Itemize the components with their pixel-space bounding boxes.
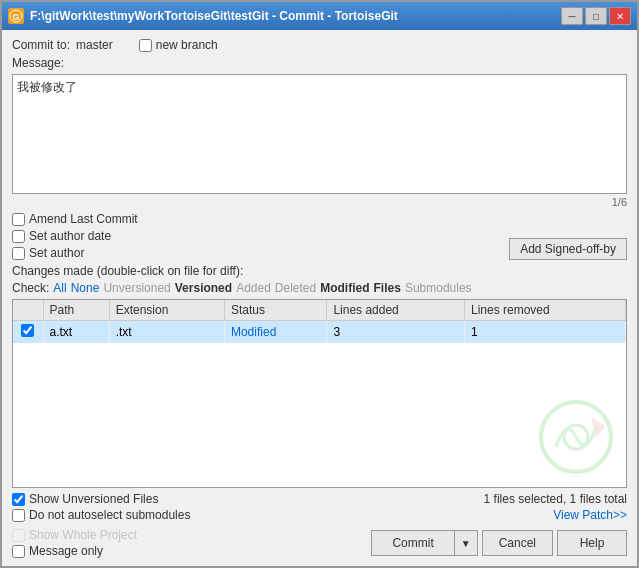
minimize-button[interactable]: ─ bbox=[561, 7, 583, 25]
commit-to-row: Commit to: master new branch bbox=[12, 38, 627, 52]
header-lines-removed: Lines removed bbox=[464, 300, 625, 321]
filter-deleted[interactable]: Deleted bbox=[275, 281, 316, 295]
app-icon: G bbox=[8, 8, 24, 24]
maximize-button[interactable]: □ bbox=[585, 7, 607, 25]
row-lines-added: 3 bbox=[327, 321, 465, 344]
action-buttons: Commit ▼ Cancel Help bbox=[371, 530, 627, 556]
window-title: F:\gitWork\test\myWorkTortoiseGit\testGi… bbox=[30, 9, 398, 23]
file-table-container: Path Extension Status Lines added Lines … bbox=[12, 299, 627, 488]
row-checkbox-cell bbox=[13, 321, 43, 344]
message-input[interactable]: 我被修改了 bbox=[12, 74, 627, 194]
show-unversioned-files-checkbox[interactable] bbox=[12, 493, 25, 506]
message-label: Message: bbox=[12, 56, 64, 70]
show-whole-project-option[interactable]: Show Whole Project bbox=[12, 528, 137, 542]
filter-submodules[interactable]: Submodules bbox=[405, 281, 472, 295]
show-whole-project-checkbox bbox=[12, 529, 25, 542]
close-button[interactable]: ✕ bbox=[609, 7, 631, 25]
changes-section: Changes made (double-click on file for d… bbox=[12, 264, 627, 522]
message-only-option[interactable]: Message only bbox=[12, 544, 137, 558]
view-patch-link[interactable]: View Patch>> bbox=[553, 508, 627, 522]
show-unversioned-files-option[interactable]: Show Unversioned Files bbox=[12, 492, 158, 506]
table-row[interactable]: a.txt .txt Modified 3 1 bbox=[13, 321, 626, 344]
add-signed-off-by-button[interactable]: Add Signed-off-by bbox=[509, 238, 627, 260]
commit-dropdown-button[interactable]: ▼ bbox=[454, 530, 478, 556]
new-branch-checkbox[interactable] bbox=[139, 39, 152, 52]
filter-files[interactable]: Files bbox=[374, 281, 401, 295]
options-list: Amend Last Commit Set author date Set au… bbox=[12, 212, 138, 260]
header-extension: Extension bbox=[109, 300, 224, 321]
header-status: Status bbox=[224, 300, 326, 321]
row-lines-removed: 1 bbox=[464, 321, 625, 344]
bottom-row-2: Do not autoselect submodules View Patch>… bbox=[12, 508, 627, 522]
row-status: Modified bbox=[224, 321, 326, 344]
do-not-autoselect-checkbox[interactable] bbox=[12, 509, 25, 522]
options-section: Amend Last Commit Set author date Set au… bbox=[12, 212, 627, 260]
help-button[interactable]: Help bbox=[557, 530, 627, 556]
new-branch-label[interactable]: new branch bbox=[139, 38, 218, 52]
filter-added[interactable]: Added bbox=[236, 281, 271, 295]
tortoise-watermark bbox=[536, 397, 616, 477]
main-window: G F:\gitWork\test\myWorkTortoiseGit\test… bbox=[0, 0, 639, 568]
set-author-option[interactable]: Set author bbox=[12, 246, 138, 260]
filter-modified[interactable]: Modified bbox=[320, 281, 369, 295]
final-checkboxes: Show Whole Project Message only bbox=[12, 528, 137, 558]
commit-to-label: Commit to: bbox=[12, 38, 70, 52]
title-bar-left: G F:\gitWork\test\myWorkTortoiseGit\test… bbox=[8, 8, 398, 24]
do-not-autoselect-submodules-option[interactable]: Do not autoselect submodules bbox=[12, 508, 190, 522]
file-table: Path Extension Status Lines added Lines … bbox=[13, 300, 626, 343]
filter-none[interactable]: None bbox=[71, 281, 100, 295]
header-path: Path bbox=[43, 300, 109, 321]
files-info: 1 files selected, 1 files total bbox=[484, 492, 627, 506]
cancel-button[interactable]: Cancel bbox=[482, 530, 553, 556]
set-author-date-checkbox[interactable] bbox=[12, 230, 25, 243]
window-controls: ─ □ ✕ bbox=[561, 7, 631, 25]
header-lines-added: Lines added bbox=[327, 300, 465, 321]
changes-header: Changes made (double-click on file for d… bbox=[12, 264, 627, 278]
table-header-row: Path Extension Status Lines added Lines … bbox=[13, 300, 626, 321]
content-area: Commit to: master new branch Message: 我被… bbox=[2, 30, 637, 566]
set-author-checkbox[interactable] bbox=[12, 247, 25, 260]
commit-to-value: master bbox=[76, 38, 113, 52]
filter-row: Check: All None Unversioned Versioned Ad… bbox=[12, 281, 627, 295]
commit-button-group: Commit ▼ bbox=[371, 530, 477, 556]
filter-versioned[interactable]: Versioned bbox=[175, 281, 232, 295]
row-path: a.txt bbox=[43, 321, 109, 344]
title-bar: G F:\gitWork\test\myWorkTortoiseGit\test… bbox=[2, 2, 637, 30]
final-row: Show Whole Project Message only Commit ▼… bbox=[12, 528, 627, 558]
row-extension: .txt bbox=[109, 321, 224, 344]
svg-text:G: G bbox=[12, 12, 19, 22]
new-branch-option: new branch bbox=[139, 38, 218, 52]
message-only-checkbox[interactable] bbox=[12, 545, 25, 558]
bottom-row-1: Show Unversioned Files 1 files selected,… bbox=[12, 492, 627, 506]
bottom-options: Show Unversioned Files 1 files selected,… bbox=[12, 492, 627, 522]
amend-last-commit-option[interactable]: Amend Last Commit bbox=[12, 212, 138, 226]
amend-last-commit-checkbox[interactable] bbox=[12, 213, 25, 226]
check-label: Check: bbox=[12, 281, 49, 295]
message-label-row: Message: bbox=[12, 56, 627, 70]
filter-unversioned[interactable]: Unversioned bbox=[103, 281, 170, 295]
file-checkbox[interactable] bbox=[21, 324, 34, 337]
message-counter: 1/6 bbox=[12, 196, 627, 208]
set-author-date-option[interactable]: Set author date bbox=[12, 229, 138, 243]
header-check bbox=[13, 300, 43, 321]
commit-button[interactable]: Commit bbox=[371, 530, 453, 556]
filter-all[interactable]: All bbox=[53, 281, 66, 295]
